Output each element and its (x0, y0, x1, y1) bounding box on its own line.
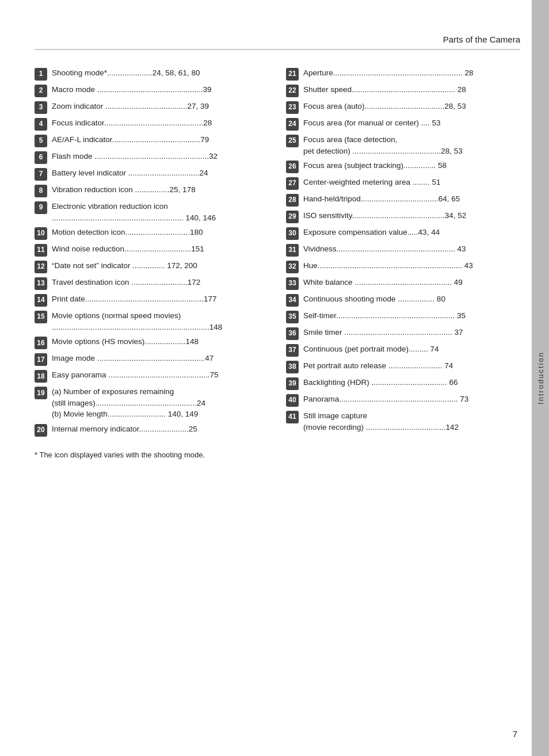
item-number: 21 (286, 68, 299, 81)
item-number: 6 (35, 151, 47, 164)
footnote: * The icon displayed varies with the sho… (35, 450, 520, 459)
list-item: 8Vibration reduction icon ..............… (35, 184, 269, 197)
list-item: 6Flash mode ............................… (35, 151, 269, 164)
item-text: Backlighting (HDR) .....................… (303, 377, 520, 388)
item-number: 9 (35, 201, 47, 214)
item-number: 36 (286, 327, 299, 340)
item-number: 5 (35, 135, 47, 147)
list-item: 16Movie options (HS movies).............… (35, 336, 269, 349)
item-number: 1 (35, 68, 47, 81)
list-item: 17Image mode ...........................… (35, 353, 269, 366)
item-number: 37 (286, 344, 299, 357)
item-number: 34 (286, 294, 299, 307)
list-item: 14Print date............................… (35, 293, 269, 307)
sidebar-label: Introduction (536, 352, 545, 404)
list-item: 22Shutter speed.........................… (286, 84, 520, 97)
item-number: 31 (286, 244, 299, 257)
list-item: 2Macro mode ............................… (35, 84, 269, 97)
item-number: 20 (35, 424, 47, 437)
item-text: Print date..............................… (52, 293, 269, 305)
item-text: Vibration reduction icon ...............… (52, 184, 269, 196)
item-number: 10 (35, 227, 47, 240)
item-number: 33 (286, 277, 299, 290)
list-item: 20Internal memory indicator.............… (35, 423, 269, 437)
item-number: 38 (286, 361, 299, 373)
item-text: Focus area (for manual or center) .... 5… (303, 117, 520, 129)
item-number: 7 (35, 168, 47, 181)
list-item: 10Motion detection icon.................… (35, 227, 269, 240)
list-item: 18Easy panorama ........................… (35, 369, 269, 383)
item-number: 17 (35, 353, 47, 366)
list-item: 29ISO sensitivity.......................… (286, 210, 520, 223)
item-number: 35 (286, 311, 299, 323)
item-number: 40 (286, 394, 299, 407)
item-text: Continuous (pet portrait mode)......... … (303, 343, 520, 355)
item-text: Hand-held/tripod........................… (303, 193, 520, 205)
item-text: “Date not set” indicator ...............… (52, 260, 269, 272)
item-number: 4 (35, 118, 47, 131)
item-number: 3 (35, 101, 47, 114)
item-number: 41 (286, 411, 299, 423)
list-item: 7Battery level indicator ...............… (35, 167, 269, 181)
item-text: (a) Number of exposures remaining (still… (52, 386, 269, 420)
list-item: 35Self-timer............................… (286, 310, 520, 323)
list-item: 37Continuous (pet portrait mode)........… (286, 343, 520, 357)
item-text: Macro mode .............................… (52, 84, 269, 96)
item-text: Continuous shooting mode ...............… (303, 293, 520, 305)
list-item: 28Hand-held/tripod......................… (286, 193, 520, 207)
item-number: 11 (35, 244, 47, 257)
item-text: Wind noise reduction....................… (52, 243, 269, 255)
item-text: Panorama................................… (303, 394, 520, 405)
list-item: 33White balance ........................… (286, 277, 520, 290)
item-text: Self-timer..............................… (303, 310, 520, 322)
item-text: AE/AF-L indicator.......................… (52, 134, 269, 146)
item-text: Focus area (auto).......................… (303, 101, 520, 112)
item-text: Exposure compensation value.....43, 44 (303, 227, 520, 238)
list-item: 5AE/AF-L indicator......................… (35, 134, 269, 147)
item-number: 32 (286, 261, 299, 273)
item-text: Movie options (normal speed movies) ....… (52, 310, 269, 333)
item-number: 2 (35, 85, 47, 97)
item-number: 39 (286, 377, 299, 390)
list-item: 9Electronic vibration reduction icon ...… (35, 201, 269, 223)
list-item: 27Center-weighted metering area ........… (286, 177, 520, 190)
list-item: 13Travel destination icon ..............… (35, 277, 269, 290)
list-item: 39Backlighting (HDR) ...................… (286, 377, 520, 390)
list-item: 12“Date not set” indicator .............… (35, 260, 269, 273)
item-text: Flash mode .............................… (52, 151, 269, 162)
item-number: 28 (286, 194, 299, 207)
item-number: 27 (286, 177, 299, 190)
item-number: 12 (35, 261, 47, 273)
item-text: Vividness...............................… (303, 243, 520, 255)
item-number: 19 (35, 387, 47, 399)
item-text: Internal memory indicator...............… (52, 423, 269, 435)
list-item: 25Focus area (face detection, pet detect… (286, 134, 520, 156)
item-text: Focus area (face detection, pet detectio… (303, 134, 520, 156)
item-number: 13 (35, 277, 47, 290)
item-number: 25 (286, 135, 299, 147)
item-text: Battery level indicator ................… (52, 167, 269, 179)
list-item: 30Exposure compensation value.....43, 44 (286, 227, 520, 240)
item-number: 14 (35, 294, 47, 307)
list-item: 36Smile timer ..........................… (286, 327, 520, 340)
list-item: 24Focus area (for manual or center) ....… (286, 117, 520, 131)
page-title: Parts of the Camera (35, 35, 520, 50)
item-text: Hue.....................................… (303, 260, 520, 272)
list-item: 34Continuous shooting mode .............… (286, 293, 520, 307)
item-text: Focus area (subject tracking)...........… (303, 160, 520, 171)
list-item: 4Focus indicator........................… (35, 117, 269, 131)
item-text: Motion detection icon...................… (52, 227, 269, 238)
item-text: Focus indicator.........................… (52, 117, 269, 129)
item-number: 8 (35, 185, 47, 197)
right-column: 21Aperture..............................… (286, 67, 520, 440)
item-number: 29 (286, 211, 299, 223)
item-number: 16 (35, 337, 47, 349)
item-text: Shutter speed...........................… (303, 84, 520, 96)
sidebar-tab: Introduction (532, 0, 549, 756)
item-number: 15 (35, 311, 47, 323)
item-number: 24 (286, 118, 299, 131)
list-item: 1Shooting mode*.....................24, … (35, 67, 269, 81)
list-item: 40Panorama..............................… (286, 394, 520, 407)
item-text: Shooting mode*.....................24, 5… (52, 67, 269, 79)
list-item: 3Zoom indicator ........................… (35, 101, 269, 114)
